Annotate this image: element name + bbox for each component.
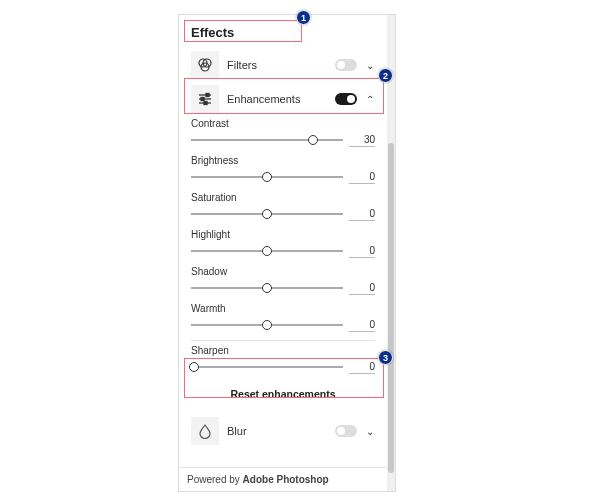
shadow-slider[interactable] — [191, 287, 343, 289]
divider — [191, 340, 375, 341]
warmth-group: Warmth 0 — [191, 303, 375, 334]
filters-icon — [191, 51, 219, 79]
highlight-slider[interactable] — [191, 250, 343, 252]
saturation-slider[interactable] — [191, 213, 343, 215]
sharpen-group: Sharpen 0 — [191, 345, 375, 376]
footer-prefix: Powered by — [187, 474, 243, 485]
filters-label: Filters — [227, 59, 327, 71]
warmth-slider[interactable] — [191, 324, 343, 326]
sliders-icon — [191, 85, 219, 113]
svg-rect-6 — [206, 94, 209, 97]
scrollbar[interactable] — [387, 15, 395, 491]
shadow-label: Shadow — [191, 266, 375, 277]
scrollbar-thumb[interactable] — [388, 143, 394, 473]
chevron-down-icon[interactable]: ⌄ — [365, 426, 375, 437]
filters-row[interactable]: Filters ⌄ — [187, 48, 379, 82]
warmth-value[interactable]: 0 — [349, 319, 375, 332]
chevron-down-icon[interactable]: ⌄ — [365, 60, 375, 71]
contrast-label: Contrast — [191, 118, 375, 129]
brightness-value[interactable]: 0 — [349, 171, 375, 184]
saturation-label: Saturation — [191, 192, 375, 203]
highlight-group: Highlight 0 — [191, 229, 375, 260]
contrast-slider[interactable] — [191, 139, 343, 141]
brightness-slider[interactable] — [191, 176, 343, 178]
shadow-value[interactable]: 0 — [349, 282, 375, 295]
annotation-badge-2: 2 — [378, 68, 393, 83]
saturation-group: Saturation 0 — [191, 192, 375, 223]
brightness-label: Brightness — [191, 155, 375, 166]
effects-panel: Effects Filters ⌄ — [178, 14, 396, 492]
blur-icon — [191, 417, 219, 445]
enhancements-row[interactable]: Enhancements ⌃ — [187, 82, 379, 116]
saturation-value[interactable]: 0 — [349, 208, 375, 221]
annotation-badge-3: 3 — [378, 350, 393, 365]
sharpen-slider[interactable] — [191, 366, 343, 368]
warmth-label: Warmth — [191, 303, 375, 314]
enhancements-sliders: Contrast 30 Brightness 0 Saturation 0 — [187, 116, 379, 414]
highlight-label: Highlight — [191, 229, 375, 240]
footer-brand: Adobe Photoshop — [243, 474, 329, 485]
contrast-group: Contrast 30 — [191, 118, 375, 149]
reset-enhancements-button[interactable]: Reset enhancements — [191, 382, 375, 408]
shadow-group: Shadow 0 — [191, 266, 375, 297]
svg-rect-8 — [204, 102, 207, 105]
blur-label: Blur — [227, 425, 327, 437]
highlight-value[interactable]: 0 — [349, 245, 375, 258]
enhancements-label: Enhancements — [227, 93, 327, 105]
annotation-badge-1: 1 — [296, 10, 311, 25]
section-title: Effects — [187, 21, 379, 48]
brightness-group: Brightness 0 — [191, 155, 375, 186]
contrast-value[interactable]: 30 — [349, 134, 375, 147]
svg-rect-7 — [201, 98, 204, 101]
filters-toggle[interactable] — [335, 59, 357, 71]
panel-footer: Powered by Adobe Photoshop — [179, 467, 387, 491]
chevron-up-icon[interactable]: ⌃ — [365, 94, 375, 105]
panel-content: Effects Filters ⌄ — [179, 15, 387, 491]
enhancements-toggle[interactable] — [335, 93, 357, 105]
sharpen-label: Sharpen — [191, 345, 375, 356]
sharpen-value[interactable]: 0 — [349, 361, 375, 374]
blur-toggle[interactable] — [335, 425, 357, 437]
blur-row[interactable]: Blur ⌄ — [187, 414, 379, 448]
